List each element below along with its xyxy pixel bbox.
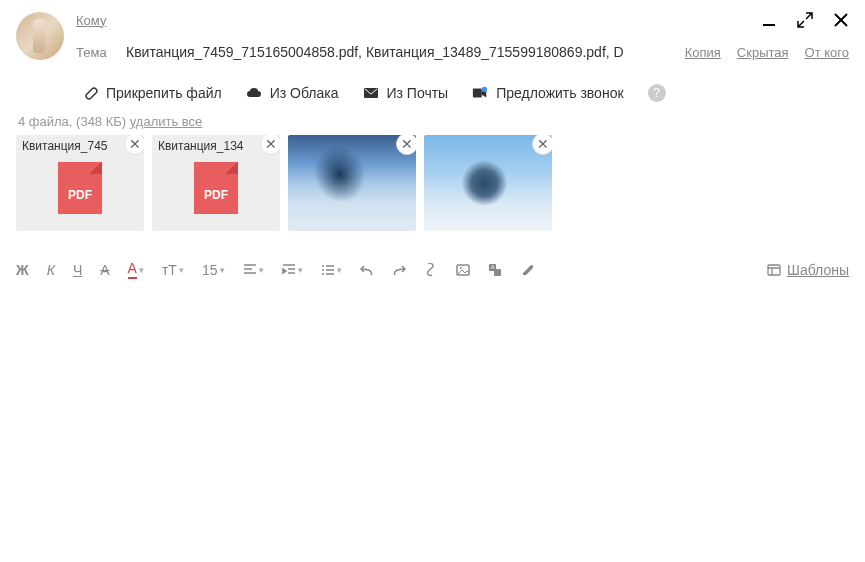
undo-button[interactable] [360, 263, 374, 277]
font-size-preset-button[interactable]: тT ▾ [162, 262, 184, 278]
svg-point-8 [460, 267, 462, 269]
suggest-call-button[interactable]: Предложить звонок [472, 85, 623, 101]
list-button[interactable]: ▾ [321, 263, 342, 277]
avatar[interactable] [16, 12, 64, 60]
help-icon[interactable]: ? [648, 84, 666, 102]
pdf-icon: PDF [58, 162, 102, 214]
cloud-icon [246, 85, 262, 101]
svg-rect-12 [768, 265, 780, 275]
minimize-icon[interactable] [761, 12, 777, 28]
subject-label: Тема [76, 45, 114, 60]
suggest-call-label: Предложить звонок [496, 85, 623, 101]
svg-point-5 [322, 269, 324, 271]
paperclip-icon [82, 85, 98, 101]
from-link[interactable]: От кого [805, 45, 849, 60]
redo-button[interactable] [392, 263, 406, 277]
attachment-item[interactable]: Квитанция_134 ✕ PDF [152, 135, 280, 231]
mail-icon [363, 85, 379, 101]
templates-icon [767, 263, 781, 277]
attach-file-button[interactable]: Прикрепить файл [82, 85, 222, 101]
chevron-down-icon: ▾ [139, 265, 144, 275]
svg-rect-10 [494, 269, 501, 276]
align-button[interactable]: ▾ [243, 263, 264, 277]
attach-file-label: Прикрепить файл [106, 85, 222, 101]
templates-button[interactable]: Шаблоны [767, 262, 849, 278]
delete-all-link[interactable]: удалить все [130, 114, 203, 129]
italic-button[interactable]: К [47, 262, 55, 278]
bcc-link[interactable]: Скрытая [737, 45, 789, 60]
pdf-icon: PDF [194, 162, 238, 214]
video-call-icon [472, 85, 488, 101]
font-size-button[interactable]: 15 ▾ [202, 262, 225, 278]
close-icon[interactable] [833, 12, 849, 28]
svg-point-3 [482, 87, 487, 92]
image-button[interactable] [456, 263, 470, 277]
chevron-down-icon: ▾ [259, 265, 264, 275]
cc-link[interactable]: Копия [685, 45, 721, 60]
subject-input[interactable] [126, 44, 673, 60]
remove-attachment-icon[interactable]: ✕ [260, 135, 280, 155]
message-body[interactable] [16, 291, 849, 531]
chevron-down-icon: ▾ [298, 265, 303, 275]
files-summary: 4 файла, (348 КБ) удалить все [16, 114, 849, 129]
link-button[interactable] [424, 263, 438, 277]
attachment-name: Квитанция_745 [22, 139, 108, 153]
text-color-button[interactable]: A ▾ [128, 260, 144, 279]
remove-attachment-icon[interactable]: ✕ [124, 135, 144, 155]
remove-attachment-icon[interactable]: ✕ [396, 135, 416, 155]
expand-icon[interactable] [797, 12, 813, 28]
chevron-down-icon: ▾ [337, 265, 342, 275]
from-mail-label: Из Почты [387, 85, 449, 101]
chevron-down-icon: ▾ [179, 265, 184, 275]
from-mail-button[interactable]: Из Почты [363, 85, 449, 101]
from-cloud-label: Из Облака [270, 85, 339, 101]
svg-rect-2 [473, 89, 482, 98]
attachment-item[interactable]: ✕ [288, 135, 416, 231]
svg-point-6 [322, 273, 324, 275]
to-field-link[interactable]: Кому [76, 13, 106, 28]
bold-button[interactable]: Ж [16, 262, 29, 278]
strikethrough-button[interactable]: A [100, 262, 109, 278]
translate-button[interactable]: A [488, 263, 502, 277]
attachment-item[interactable]: Квитанция_745 ✕ PDF [16, 135, 144, 231]
svg-point-4 [322, 265, 324, 267]
from-cloud-button[interactable]: Из Облака [246, 85, 339, 101]
svg-rect-0 [763, 24, 775, 26]
underline-button[interactable]: Ч [73, 262, 82, 278]
clear-format-button[interactable] [520, 263, 534, 277]
remove-attachment-icon[interactable]: ✕ [532, 135, 552, 155]
chevron-down-icon: ▾ [220, 265, 225, 275]
attachment-name: Квитанция_134 [158, 139, 244, 153]
attachment-item[interactable]: ✕ [424, 135, 552, 231]
indent-button[interactable]: ▾ [282, 263, 303, 277]
